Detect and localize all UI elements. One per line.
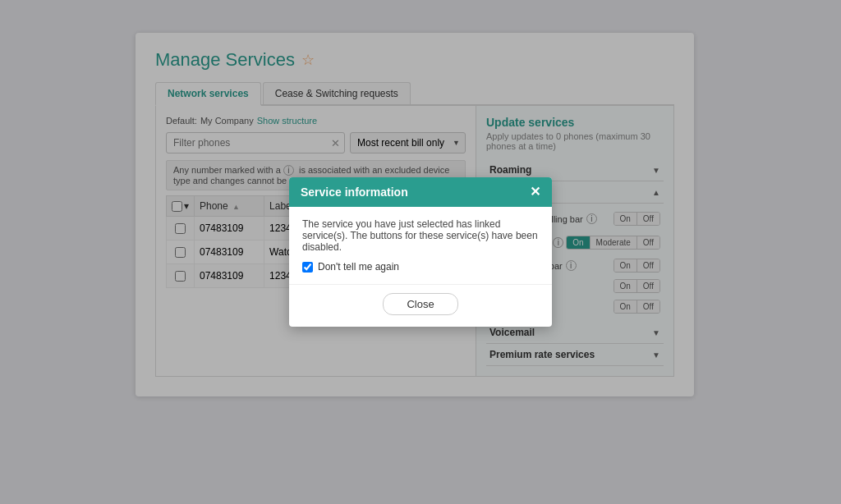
dont-tell-text: Don't tell me again [318, 261, 399, 273]
page-container: Manage Services ☆ Network services Cease… [0, 0, 841, 504]
modal-body: The service you have just selected has l… [289, 207, 552, 284]
modal-close-icon[interactable]: ✕ [530, 186, 540, 199]
modal-overlay: Service information ✕ The service you ha… [0, 0, 841, 504]
modal-header: Service information ✕ [289, 177, 552, 207]
modal-body-text: The service you have just selected has l… [302, 218, 539, 253]
service-info-modal: Service information ✕ The service you ha… [289, 177, 552, 327]
dont-tell-label[interactable]: Don't tell me again [302, 261, 539, 273]
modal-title: Service information [301, 186, 408, 199]
dont-tell-checkbox[interactable] [302, 262, 313, 273]
modal-footer: Close [289, 284, 552, 327]
modal-close-button[interactable]: Close [383, 293, 457, 315]
